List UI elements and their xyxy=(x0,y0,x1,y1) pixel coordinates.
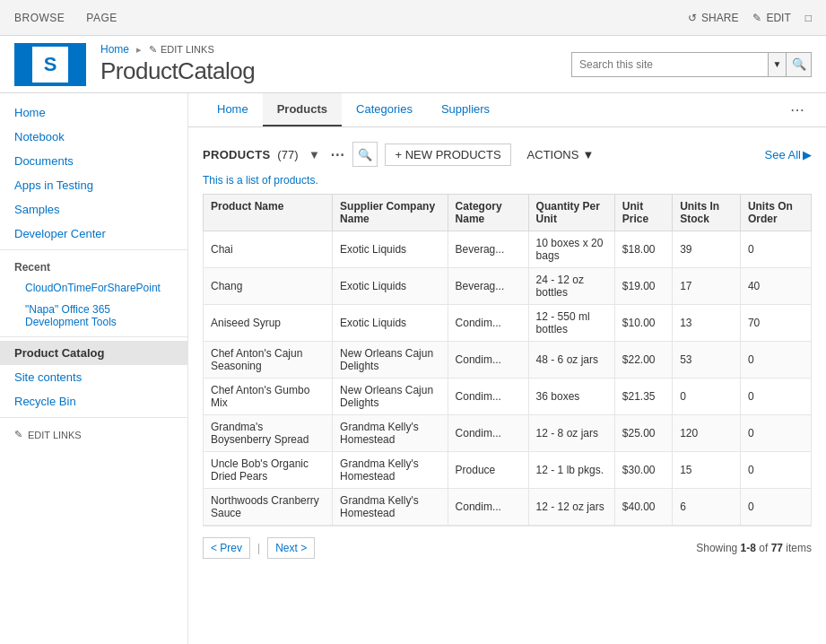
sidebar-item-developer-center[interactable]: Developer Center xyxy=(0,222,187,246)
cell-category: Condim... xyxy=(448,342,528,379)
breadcrumb-home[interactable]: Home xyxy=(100,43,129,56)
site-title-area: Home ▸ ✎ EDIT LINKS ProductCatalog xyxy=(100,43,571,85)
cell-unit-price: $10.00 xyxy=(614,305,672,342)
pencil-icon: ✎ xyxy=(752,12,761,24)
cell-qty-per-unit[interactable]: 12 - 1 lb pkgs. xyxy=(528,452,614,489)
cell-supplier: Grandma Kelly's Homestead xyxy=(333,489,448,526)
search-area: ▼ 🔍 xyxy=(571,52,812,77)
cell-unit-price: $19.00 xyxy=(614,268,672,305)
cell-product-name[interactable]: Chang xyxy=(204,268,333,305)
sidebar: Home Notebook Documents Apps in Testing … xyxy=(0,93,188,644)
tab-bar: Home Products Categories Suppliers ⋯ xyxy=(188,93,826,127)
cell-qty-per-unit[interactable]: 24 - 12 oz bottles xyxy=(528,268,614,305)
cell-qty-per-unit[interactable]: 10 boxes x 20 bags xyxy=(528,231,614,268)
chevron-down-icon: ▼ xyxy=(773,59,782,69)
cell-qty-per-unit[interactable]: 48 - 6 oz jars xyxy=(528,342,614,379)
cell-qty-per-unit[interactable]: 36 boxes xyxy=(528,379,614,415)
list-search-button[interactable]: 🔍 xyxy=(352,142,378,167)
table-row: Uncle Bob's Organic Dried PearsGrandma K… xyxy=(204,452,812,489)
pencil-sidebar-icon: ✎ xyxy=(14,429,22,440)
sidebar-edit-links[interactable]: ✎ EDIT LINKS xyxy=(0,422,187,448)
table-row: Chef Anton's Gumbo MixNew Orleans Cajun … xyxy=(204,379,812,415)
cell-supplier: Grandma Kelly's Homestead xyxy=(333,452,448,489)
cell-qty-per-unit[interactable]: 12 - 12 oz jars xyxy=(528,489,614,526)
search-input[interactable] xyxy=(572,58,768,71)
edit-button[interactable]: ✎ EDIT xyxy=(752,12,790,24)
cell-units-in-stock: 53 xyxy=(673,342,741,379)
browse-tab[interactable]: BROWSE xyxy=(14,12,65,24)
cell-category: Beverag... xyxy=(448,268,528,305)
cell-supplier: Grandma Kelly's Homestead xyxy=(333,415,448,452)
sidebar-item-notebook[interactable]: Notebook xyxy=(0,125,187,149)
new-products-button[interactable]: + NEW PRODUCTS xyxy=(385,144,510,166)
table-row: ChaiExotic LiquidsBeverag...10 boxes x 2… xyxy=(204,231,812,268)
col-header-category: Category Name xyxy=(448,195,528,231)
actions-button[interactable]: ACTIONS ▼ xyxy=(518,144,604,165)
tab-products[interactable]: Products xyxy=(263,93,342,126)
search-dropdown-button[interactable]: ▼ xyxy=(768,53,786,76)
search-submit-button[interactable]: 🔍 xyxy=(787,52,812,77)
prev-button[interactable]: < Prev xyxy=(203,537,250,559)
sidebar-item-documents[interactable]: Documents xyxy=(0,149,187,173)
cell-units-in-stock: 0 xyxy=(673,379,741,415)
sidebar-item-apps-testing[interactable]: Apps in Testing xyxy=(0,173,187,197)
sidebar-item-samples[interactable]: Samples xyxy=(0,197,187,222)
tab-home[interactable]: Home xyxy=(203,93,263,126)
see-all-button[interactable]: See All ▶ xyxy=(765,148,812,161)
cell-units-in-stock: 15 xyxy=(673,452,741,489)
sidebar-item-product-catalog[interactable]: Product Catalog xyxy=(0,341,187,365)
sidebar-item-site-contents[interactable]: Site contents xyxy=(0,365,187,389)
pagination-nav: < Prev | Next > xyxy=(203,537,315,559)
main-layout: Home Notebook Documents Apps in Testing … xyxy=(0,93,826,644)
tab-more-button[interactable]: ⋯ xyxy=(783,94,812,126)
cell-supplier: Exotic Liquids xyxy=(333,305,448,342)
showing-prefix: Showing xyxy=(696,542,740,554)
page-sep: | xyxy=(254,542,264,554)
cell-qty-per-unit[interactable]: 12 - 8 oz jars xyxy=(528,415,614,452)
cell-product-name[interactable]: Northwoods Cranberry Sauce xyxy=(204,489,333,526)
list-header: PRODUCTS (77) ▼ ⋯ 🔍 + NEW PRODUCTS ACTIO… xyxy=(203,142,812,167)
cell-units-on-order: 0 xyxy=(740,231,811,268)
col-header-units-in-stock: Units In Stock xyxy=(673,195,741,231)
cell-units-in-stock: 13 xyxy=(673,305,741,342)
cell-product-name[interactable]: Chef Anton's Cajun Seasoning xyxy=(204,342,333,379)
cell-qty-per-unit[interactable]: 12 - 550 ml bottles xyxy=(528,305,614,342)
sidebar-recent-napa[interactable]: "Napa" Office 365 Development Tools xyxy=(0,299,187,333)
cell-product-name[interactable]: Grandma's Boysenberry Spread xyxy=(204,415,333,452)
tab-categories[interactable]: Categories xyxy=(342,93,427,126)
cell-units-in-stock: 6 xyxy=(673,489,741,526)
cell-product-name[interactable]: Chef Anton's Gumbo Mix xyxy=(204,379,333,415)
list-count-dropdown[interactable]: ▼ xyxy=(305,145,323,163)
cell-supplier: New Orleans Cajun Delights xyxy=(333,379,448,415)
list-count: (77) xyxy=(277,148,298,161)
table-row: Northwoods Cranberry SauceGrandma Kelly'… xyxy=(204,489,812,526)
sp-logo-letter: S xyxy=(44,53,57,76)
sidebar-item-recycle-bin[interactable]: Recycle Bin xyxy=(0,389,187,413)
cell-product-name[interactable]: Chai xyxy=(204,231,333,268)
cell-unit-price: $40.00 xyxy=(614,489,672,526)
tab-suppliers[interactable]: Suppliers xyxy=(427,93,504,126)
showing-suffix: items xyxy=(783,542,812,554)
cell-product-name[interactable]: Uncle Bob's Organic Dried Pears xyxy=(204,452,333,489)
see-all-label: See All xyxy=(765,148,801,161)
list-search-icon: 🔍 xyxy=(358,148,372,161)
share-label: SHARE xyxy=(701,12,738,24)
site-header: S Home ▸ ✎ EDIT LINKS ProductCatalog ▼ 🔍 xyxy=(0,36,826,93)
edit-links-button[interactable]: ✎ EDIT LINKS xyxy=(149,44,214,56)
list-title: PRODUCTS xyxy=(203,148,270,161)
page-tab[interactable]: PAGE xyxy=(86,12,117,24)
cell-units-in-stock: 17 xyxy=(673,268,741,305)
next-button[interactable]: Next > xyxy=(267,537,315,559)
cell-unit-price: $22.00 xyxy=(614,342,672,379)
share-button[interactable]: ↺ SHARE xyxy=(688,12,738,24)
sidebar-recent-cloudontime[interactable]: CloudOnTimeForSharePoint xyxy=(0,277,187,299)
list-options-button[interactable]: ⋯ xyxy=(330,146,345,163)
top-bar-right: ↺ SHARE ✎ EDIT □ xyxy=(688,12,812,24)
edit-links-label: EDIT LINKS xyxy=(161,44,214,55)
fullscreen-button[interactable]: □ xyxy=(805,12,812,24)
pagination: < Prev | Next > Showing 1-8 of 77 items xyxy=(203,526,812,559)
search-box: ▼ xyxy=(571,52,787,77)
cell-product-name[interactable]: Aniseed Syrup xyxy=(204,305,333,342)
sidebar-item-home[interactable]: Home xyxy=(0,100,187,125)
actions-chevron-icon: ▼ xyxy=(582,148,594,161)
